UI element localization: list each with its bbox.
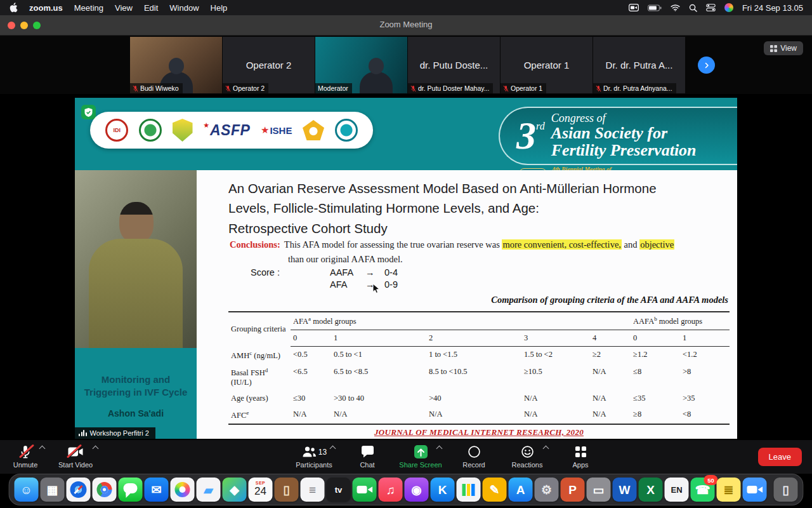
- mic-muted-icon: [596, 85, 601, 92]
- menu-edit[interactable]: Edit: [144, 3, 158, 13]
- dock-excel[interactable]: X: [639, 478, 663, 502]
- share-options-caret[interactable]: [436, 446, 443, 452]
- control-center-icon[interactable]: [706, 4, 716, 11]
- menu-window[interactable]: Window: [169, 3, 199, 13]
- participant-tile-budi-wiweko[interactable]: Budi Wiweko: [130, 37, 222, 93]
- apps-label: Apps: [572, 461, 588, 469]
- criteria-value: >35: [680, 391, 730, 406]
- spotlight-icon[interactable]: [689, 4, 697, 12]
- video-options-caret[interactable]: [93, 446, 99, 452]
- dock-apple-tv[interactable]: tv: [327, 478, 351, 502]
- dock-pencil-app[interactable]: ✎: [483, 478, 507, 502]
- dock-podcasts[interactable]: ◉: [405, 478, 429, 502]
- participant-name-label: dr. Putu Doster Mahay...: [408, 83, 493, 93]
- user-menu-icon[interactable]: [724, 3, 733, 12]
- dock-textedit[interactable]: ≡: [301, 478, 325, 502]
- presentation-slide: IDI ★ASFP ★ISHE 3rd Congress of Asian So…: [75, 98, 737, 439]
- audio-level-icon: [79, 430, 87, 436]
- chat-icon: [361, 444, 374, 459]
- dock-input-lang[interactable]: EN: [665, 478, 689, 502]
- criteria-row-label: Basal FSHd (IU/L): [228, 364, 291, 391]
- participant-name: Dr. dr. Putra Adnyana...: [603, 84, 672, 92]
- view-button[interactable]: View: [764, 41, 803, 55]
- participant-name: Moderator: [318, 84, 348, 92]
- dock-calendar[interactable]: SEP24: [249, 478, 273, 502]
- dock-facetime[interactable]: [353, 478, 377, 502]
- dock-system-settings[interactable]: ⚙: [535, 478, 559, 502]
- dock-remote-window[interactable]: ▭: [587, 478, 611, 502]
- dock-files[interactable]: ▰: [197, 478, 221, 502]
- dock-books[interactable]: ▯: [275, 478, 299, 502]
- reactions-options-caret[interactable]: [543, 446, 549, 452]
- wifi-icon[interactable]: [671, 4, 680, 11]
- dock-photos[interactable]: [171, 478, 195, 502]
- leave-button[interactable]: Leave: [758, 448, 802, 466]
- dock-numbers[interactable]: [457, 478, 481, 502]
- reactions-button[interactable]: Reactions: [502, 442, 552, 472]
- next-participants-button[interactable]: [698, 57, 715, 74]
- menu-bar: zoom.us Meeting View Edit Window Help: [0, 0, 812, 15]
- dock-keynote[interactable]: K: [431, 478, 455, 502]
- dock-music[interactable]: ♫: [379, 478, 403, 502]
- conclusions-label: Conclusions:: [230, 239, 280, 250]
- dock-maps[interactable]: ◆: [223, 478, 247, 502]
- battery-icon[interactable]: [648, 4, 662, 11]
- paper-content: An Ovarian Reserve Assessment Model Base…: [197, 170, 737, 439]
- participant-name: Operator 1: [511, 84, 542, 92]
- criteria-value: ≥10.5: [521, 364, 590, 391]
- menu-help[interactable]: Help: [211, 3, 228, 13]
- menu-clock[interactable]: Fri 24 Sep 13.05: [742, 3, 803, 13]
- dock-launchpad[interactable]: ▦: [41, 478, 65, 502]
- reactions-icon: [521, 444, 534, 459]
- participant-tile-operator-1[interactable]: Operator 1 Operator 1: [501, 37, 593, 93]
- criteria-value: ≥8: [631, 406, 680, 424]
- criteria-value: 1.5 to <2: [521, 347, 590, 364]
- speaker-name: Ashon Sa'adi: [75, 408, 197, 418]
- menu-view[interactable]: View: [115, 3, 133, 13]
- participants-label: Participants: [296, 461, 332, 469]
- pentagon-org-logo: [303, 120, 324, 140]
- record-button[interactable]: Record: [449, 442, 499, 472]
- criteria-value: >40: [426, 391, 521, 406]
- dock-zoom-app[interactable]: [743, 478, 767, 502]
- participants-options-caret[interactable]: [330, 446, 336, 452]
- unmute-button[interactable]: Unmute: [6, 442, 48, 472]
- participant-name-label: Operator 1: [501, 83, 546, 93]
- participant-tile-putra-adnyana[interactable]: Dr. dr. Putra A... Dr. dr. Putra Adnyana…: [593, 37, 685, 93]
- audio-options-caret[interactable]: [39, 446, 46, 452]
- dock-powerpoint[interactable]: P: [561, 478, 585, 502]
- dock-app-store[interactable]: A: [509, 478, 533, 502]
- dock-word[interactable]: W: [613, 478, 637, 502]
- participant-name: dr. Putu Doster Mahay...: [418, 84, 489, 92]
- participants-button[interactable]: 13 Participants: [289, 442, 339, 472]
- apple-menu-icon[interactable]: [9, 3, 18, 13]
- criteria-row-label: Age (years): [228, 391, 291, 406]
- criteria-value: ≤8: [631, 364, 680, 391]
- participant-tile-moderator[interactable]: Moderator: [315, 37, 407, 93]
- dock-stickies[interactable]: ≣: [717, 478, 741, 502]
- criteria-value: N/A: [590, 391, 631, 406]
- shared-screen-stage: IDI ★ASFP ★ISHE 3rd Congress of Asian So…: [0, 94, 812, 439]
- apps-button[interactable]: Apps: [556, 442, 605, 472]
- dock-trash[interactable]: ▯: [774, 478, 798, 502]
- banner-line-2: Asian Society for: [551, 124, 697, 142]
- criteria-value: N/A: [521, 391, 590, 406]
- criteria-value: 1 to <1.5: [426, 347, 521, 364]
- share-screen-button[interactable]: Share Screen: [396, 442, 445, 472]
- dock-whatsapp[interactable]: ☎50: [691, 478, 715, 502]
- dock-finder[interactable]: ☺: [15, 478, 39, 502]
- dock-chrome[interactable]: [93, 478, 117, 502]
- security-shield-icon[interactable]: [81, 105, 96, 119]
- menu-meeting[interactable]: Meeting: [74, 3, 103, 13]
- chat-button[interactable]: Chat: [343, 442, 392, 472]
- meeting-toolbar: Unmute Start Video 13 Participants: [0, 439, 812, 474]
- participant-tile-operator-2[interactable]: Operator 2 Operator 2: [223, 37, 315, 93]
- camera-indicator-icon[interactable]: [629, 4, 639, 11]
- column-group-header: AFAa model groups: [291, 312, 631, 330]
- dock-mail[interactable]: ✉: [145, 478, 169, 502]
- menu-app-name[interactable]: zoom.us: [29, 3, 63, 13]
- dock-messages[interactable]: [119, 478, 143, 502]
- start-video-button[interactable]: Start Video: [53, 442, 102, 472]
- participant-tile-putu-doster[interactable]: dr. Putu Doste... dr. Putu Doster Mahay.…: [408, 37, 500, 93]
- dock-safari[interactable]: [67, 478, 91, 502]
